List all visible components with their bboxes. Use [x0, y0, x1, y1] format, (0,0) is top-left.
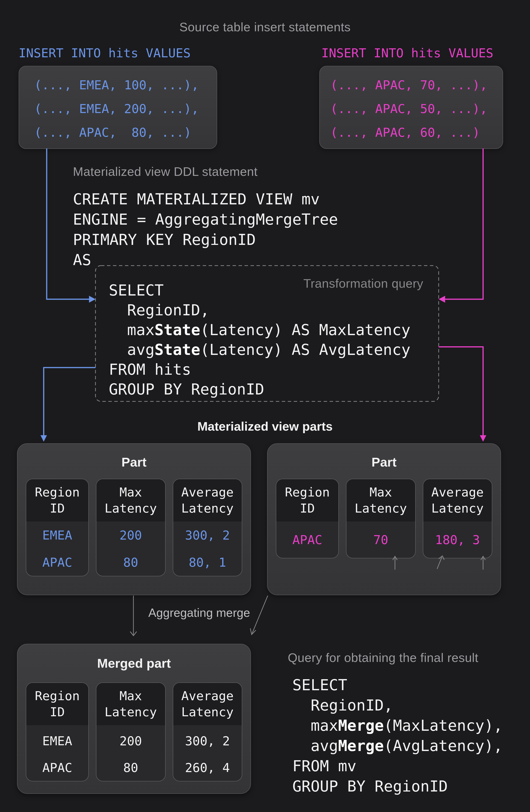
magenta-insert-to-query-arrowhead	[439, 296, 445, 303]
part-left-box: Part RegionIDEMEAAPACMaxLatency20080Aver…	[17, 443, 251, 595]
column-header-line: Latency	[181, 501, 234, 517]
cell-value: 260, 4	[185, 760, 230, 775]
final-query-title: Query for obtaining the final result	[288, 650, 478, 665]
column-header-line: Average	[431, 484, 484, 501]
code-line: RegionID,	[292, 695, 503, 715]
column-header: RegionID	[26, 683, 88, 725]
column-header-line: Latency	[105, 501, 157, 517]
merged-part-box: Merged part RegionIDEMEAAPACMaxLatency20…	[17, 644, 251, 794]
cell-value: APAC	[292, 533, 322, 547]
column-values: 300, 280, 1	[173, 522, 242, 576]
code-line: AS	[73, 250, 338, 270]
cell-value: 300, 2	[185, 734, 230, 748]
column-header: RegionID	[26, 479, 88, 522]
column-header-line: Max	[370, 484, 392, 501]
code-line: FROM mv	[292, 756, 503, 776]
code-line: maxState(Latency) AS MaxLatency	[109, 320, 410, 340]
column-header: AverageLatency	[173, 683, 242, 725]
column-header-line: Region	[285, 484, 330, 501]
merged-part-title: Merged part	[17, 656, 251, 671]
cell-value: 80, 1	[189, 555, 226, 570]
code-line: (..., APAC, 60, ...)	[330, 120, 503, 144]
column-header-line: Region	[35, 688, 80, 704]
code-line: (..., APAC, 50, ...),	[330, 97, 503, 120]
column-values: 20080	[97, 522, 165, 576]
code-line: (..., EMEA, 200, ...),	[34, 97, 217, 120]
part-right-title: Part	[267, 454, 501, 469]
table-column: AverageLatency300, 2260, 4	[173, 682, 242, 781]
column-values: 70	[347, 522, 415, 558]
insert-left-box: (..., EMEA, 100, ...),(..., EMEA, 200, .…	[19, 66, 217, 149]
column-header-line: Latency	[105, 704, 157, 720]
code-line: GROUP BY RegionID	[109, 379, 410, 399]
table-column: RegionIDEMEAAPAC	[26, 682, 89, 781]
code-line: (..., APAC, 80, ...)	[34, 120, 217, 144]
code-line: FROM hits	[109, 360, 410, 379]
column-header-line: Average	[181, 484, 234, 501]
table-column: MaxLatency70	[346, 479, 415, 559]
code-line: SELECT	[109, 280, 410, 300]
cell-value: 80	[123, 760, 138, 775]
column-header-line: Latency	[431, 501, 484, 517]
code-line: GROUP BY RegionID	[292, 776, 503, 797]
table-column: MaxLatency20080	[96, 479, 165, 576]
part-left-title: Part	[17, 454, 251, 469]
merged-part-table: RegionIDEMEAAPACMaxLatency20080AverageLa…	[26, 682, 242, 781]
code-line: (..., EMEA, 100, ...),	[34, 73, 217, 97]
column-header: RegionID	[276, 479, 338, 522]
part-right-box: Part RegionIDAPACMaxLatency70AverageLate…	[267, 443, 501, 595]
code-line: avgState(Latency) AS AvgLatency	[109, 340, 410, 360]
code-line: ENGINE = AggregatingMergeTree	[73, 209, 338, 230]
table-column: AverageLatency300, 280, 1	[173, 479, 242, 576]
code-line: (..., APAC, 70, ...),	[330, 73, 503, 97]
table-column: MaxLatency20080	[96, 682, 165, 781]
column-header: AverageLatency	[423, 479, 492, 522]
cell-value: 80	[123, 555, 138, 570]
table-column: RegionIDEMEAAPAC	[26, 479, 89, 576]
diagram-canvas: Source table insert statements INSERT IN…	[0, 0, 530, 812]
code-line: avgMerge(AvgLatency),	[292, 736, 503, 756]
merge-arrow-right-head	[250, 628, 256, 635]
merge-arrow-left-head	[130, 632, 137, 636]
column-values: 300, 2260, 4	[173, 725, 242, 781]
column-header: MaxLatency	[97, 683, 165, 725]
column-values: EMEAAPAC	[26, 725, 88, 781]
column-header-line: ID	[300, 501, 315, 517]
column-values: EMEAAPAC	[26, 522, 88, 576]
table-column: AverageLatency180, 3	[423, 479, 492, 559]
column-header-line: Latency	[181, 704, 234, 720]
cell-value: 180, 3	[435, 533, 480, 547]
column-values: 20080	[97, 725, 165, 781]
column-values: 180, 3	[423, 522, 492, 558]
code-line: maxMerge(MaxLatency),	[292, 715, 503, 736]
code-line: SELECT	[292, 675, 503, 695]
blue-insert-to-query-arrowhead	[89, 296, 95, 303]
final-query-code: SELECT RegionID, maxMerge(MaxLatency), a…	[292, 675, 503, 797]
cell-value: 200	[120, 528, 142, 542]
ddl-code: CREATE MATERIALIZED VIEW mvENGINE = Aggr…	[73, 189, 338, 270]
cell-value: 300, 2	[185, 528, 230, 542]
cell-value: EMEA	[42, 528, 72, 542]
cell-value: 200	[120, 734, 142, 748]
insert-left-header: INSERT INTO hits VALUES	[19, 46, 191, 60]
source-inserts-title: Source table insert statements	[0, 20, 530, 34]
insert-right-code: (..., APAC, 70, ...),(..., APAC, 50, ...…	[320, 66, 503, 144]
aggregating-merge-label: Aggregating merge	[0, 606, 398, 620]
ddl-title: Materialized view DDL statement	[73, 164, 257, 178]
column-header-line: Region	[35, 484, 80, 501]
cell-value: 70	[373, 533, 388, 547]
part-left-table: RegionIDEMEAAPACMaxLatency20080AverageLa…	[26, 479, 242, 576]
column-header-line: ID	[50, 501, 65, 517]
column-header-line: Latency	[355, 501, 407, 517]
blue-query-to-part-arrowhead	[41, 435, 47, 442]
mv-parts-title: Materialized view parts	[0, 419, 530, 433]
column-header: MaxLatency	[97, 479, 165, 522]
code-line: RegionID,	[109, 300, 410, 320]
column-header: AverageLatency	[173, 479, 242, 522]
insert-right-box: (..., APAC, 70, ...),(..., APAC, 50, ...…	[319, 66, 503, 149]
code-line: CREATE MATERIALIZED VIEW mv	[73, 189, 338, 209]
table-column: RegionIDAPAC	[276, 479, 339, 559]
part-right-table: RegionIDAPACMaxLatency70AverageLatency18…	[276, 479, 492, 559]
insert-left-code: (..., EMEA, 100, ...),(..., EMEA, 200, .…	[19, 66, 217, 144]
cell-value: APAC	[42, 555, 72, 570]
